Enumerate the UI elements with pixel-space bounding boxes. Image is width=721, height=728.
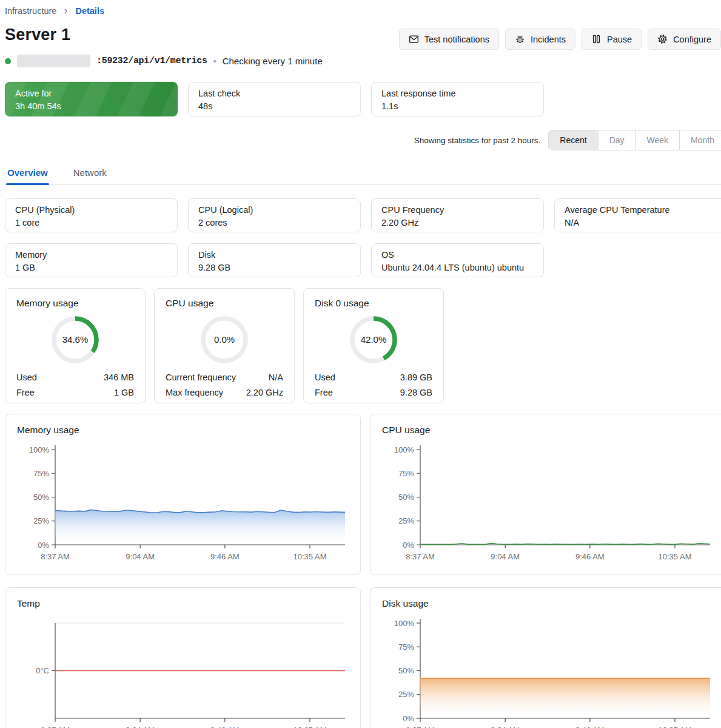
- range-option-recent[interactable]: Recent: [549, 130, 597, 150]
- charts-row-2: Temp 0°C 8:37 AM 9:04 AM 9:46 AM 10:35 A…: [5, 587, 721, 728]
- gauge-row-label: Free: [315, 386, 333, 399]
- range-option-month[interactable]: Month: [679, 130, 721, 150]
- svg-text:100%: 100%: [394, 619, 415, 628]
- svg-text:10:35 AM: 10:35 AM: [293, 552, 327, 561]
- range-option-day[interactable]: Day: [598, 130, 635, 150]
- charts-row-1: Memory usage 0% 25% 50% 75% 100% 8:37 AM…: [5, 414, 721, 575]
- stat-label: Last check: [198, 87, 350, 100]
- cpu-usage-chart-card: CPU usage 0% 25% 50% 75% 100% 8:37 AM 9:…: [370, 414, 721, 575]
- test-notifications-button[interactable]: Test notifications: [399, 29, 499, 50]
- check-interval-note: Checking every 1 minute: [223, 56, 323, 66]
- gauge-row-label: Free: [16, 386, 35, 399]
- disk0-usage-gauge: 42.0%: [348, 314, 399, 365]
- temp-chart[interactable]: 0°C 8:37 AM 9:04 AM 9:46 AM 10:35 AM: [5, 616, 360, 728]
- memory-usage-chart-card: Memory usage 0% 25% 50% 75% 100% 8:37 AM…: [5, 414, 361, 575]
- stat-label: Last response time: [381, 87, 534, 100]
- svg-text:0°C: 0°C: [36, 666, 49, 675]
- pause-button[interactable]: Pause: [582, 29, 642, 50]
- hardware-info-cards: CPU (Physical) 1 core CPU (Logical) 2 co…: [5, 198, 721, 277]
- info-value: 1 GB: [15, 261, 167, 274]
- gauge-row-value: 2.20 GHz: [246, 386, 283, 399]
- svg-text:9:04 AM: 9:04 AM: [126, 726, 155, 728]
- svg-text:100%: 100%: [394, 445, 415, 454]
- incidents-button[interactable]: Incidents: [505, 29, 575, 50]
- stat-value: 48s: [198, 100, 350, 113]
- svg-text:50%: 50%: [398, 493, 414, 502]
- svg-text:25%: 25%: [398, 516, 414, 525]
- svg-text:9:46 AM: 9:46 AM: [210, 726, 240, 728]
- breadcrumb-details[interactable]: Details: [75, 6, 104, 16]
- svg-text:9:04 AM: 9:04 AM: [126, 552, 155, 561]
- svg-text:75%: 75%: [33, 469, 49, 478]
- button-label: Pause: [607, 35, 632, 44]
- gauge-rows: Used346 MB Free1 GB: [16, 371, 134, 399]
- time-range-segmented-control: Recent Day Week Month: [548, 130, 721, 150]
- svg-text:50%: 50%: [398, 666, 414, 675]
- info-label: CPU (Physical): [15, 204, 167, 217]
- cpu-logical-card: CPU (Logical) 2 cores: [188, 198, 361, 232]
- info-label: CPU Frequency: [381, 204, 534, 217]
- info-value: 1 core: [15, 217, 167, 229]
- info-value: 2 cores: [198, 217, 350, 229]
- os-card: OS Ubuntu 24.04.4 LTS (ubuntu) ubuntu: [371, 243, 544, 277]
- info-value: 9.28 GB: [198, 261, 350, 274]
- info-label: Memory: [15, 249, 167, 261]
- button-label: Incidents: [531, 35, 566, 44]
- chart-title: Memory usage: [5, 424, 360, 436]
- gauge-title: Disk 0 usage: [315, 297, 432, 309]
- tab-overview[interactable]: Overview: [6, 163, 49, 184]
- gauge-rows: Used3.89 GB Free9.28 GB: [315, 371, 432, 399]
- svg-text:9:46 AM: 9:46 AM: [575, 552, 605, 561]
- memory-card: Memory 1 GB: [5, 243, 178, 277]
- info-value: N/A: [565, 217, 717, 229]
- svg-text:8:37 AM: 8:37 AM: [41, 726, 70, 728]
- svg-text:0.0%: 0.0%: [214, 334, 235, 345]
- tab-bar: Overview Network: [5, 163, 721, 185]
- memory-usage-chart[interactable]: 0% 25% 50% 75% 100% 8:37 AM 9:04 AM 9:46…: [5, 442, 360, 573]
- cpu-physical-card: CPU (Physical) 1 core: [5, 198, 178, 232]
- usage-gauge-cards: Memory usage 34.6% Used346 MB Free1 GB C…: [5, 288, 721, 403]
- cpu-usage-gauge-card: CPU usage 0.0% Current frequencyN/A Max …: [154, 288, 295, 403]
- info-value: Ubuntu 24.04.4 LTS (ubuntu) ubuntu: [381, 261, 534, 274]
- svg-text:8:37 AM: 8:37 AM: [41, 552, 70, 561]
- memory-usage-gauge: 34.6%: [50, 314, 101, 365]
- bug-icon: [515, 34, 525, 44]
- svg-text:0%: 0%: [38, 541, 49, 550]
- monitor-url: :59232/api/v1/metrics: [96, 56, 207, 66]
- action-buttons: Test notifications Incidents Pause Confi…: [399, 29, 721, 50]
- stat-label: Active for: [15, 87, 167, 100]
- info-label: OS: [381, 249, 534, 261]
- gauge-row-value: 1 GB: [114, 386, 134, 399]
- range-option-week[interactable]: Week: [635, 130, 680, 150]
- cpu-usage-chart[interactable]: 0% 25% 50% 75% 100% 8:37 AM 9:04 AM 9:46…: [371, 442, 721, 573]
- disk-usage-chart[interactable]: 0% 25% 50% 75% 100% 8:37 AM 9:04 AM 9:46…: [371, 616, 721, 728]
- disk-card: Disk 9.28 GB: [188, 243, 361, 277]
- gauge-row-label: Current frequency: [166, 371, 236, 383]
- gauge-title: CPU usage: [166, 297, 283, 309]
- breadcrumb-infrastructure[interactable]: Infrastructure: [5, 6, 56, 16]
- svg-text:25%: 25%: [398, 690, 414, 699]
- svg-text:8:37 AM: 8:37 AM: [406, 726, 435, 728]
- chart-title: CPU usage: [371, 424, 721, 436]
- button-label: Configure: [673, 35, 711, 44]
- cpu-usage-gauge: 0.0%: [199, 314, 250, 365]
- memory-usage-gauge-card: Memory usage 34.6% Used346 MB Free1 GB: [5, 288, 146, 403]
- separator-dot: •: [213, 56, 216, 66]
- active-for-card: Active for 3h 40m 54s: [5, 82, 178, 116]
- svg-text:8:37 AM: 8:37 AM: [406, 552, 435, 561]
- svg-text:10:35 AM: 10:35 AM: [659, 726, 692, 728]
- disk0-usage-gauge-card: Disk 0 usage 42.0% Used3.89 GB Free9.28 …: [303, 288, 444, 403]
- status-up-dot: [5, 58, 11, 64]
- svg-text:9:04 AM: 9:04 AM: [491, 726, 520, 728]
- chart-title: Disk usage: [371, 598, 721, 610]
- configure-button[interactable]: Configure: [648, 29, 721, 50]
- last-response-time-card: Last response time 1.1s: [371, 82, 544, 116]
- svg-text:10:35 AM: 10:35 AM: [659, 552, 692, 561]
- svg-text:75%: 75%: [398, 469, 414, 478]
- gear-icon: [657, 34, 668, 44]
- stats-filter-note: Showing statistics for past 2 hours.: [414, 136, 541, 145]
- redacted-host: [17, 55, 90, 67]
- stat-cards: Active for 3h 40m 54s Last check 48s Las…: [5, 82, 721, 116]
- tab-network[interactable]: Network: [72, 163, 108, 184]
- page: Infrastructure Details Server 1 Test not…: [0, 0, 721, 728]
